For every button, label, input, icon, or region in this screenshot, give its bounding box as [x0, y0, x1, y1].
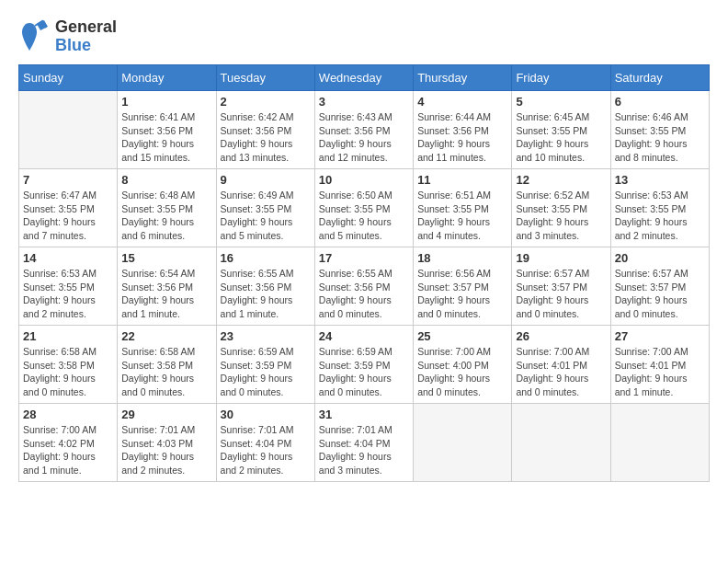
calendar-cell [414, 404, 512, 482]
daylight-label: Daylight: 9 hours and 12 minutes. [319, 138, 392, 163]
calendar-cell: 19 Sunrise: 6:57 AM Sunset: 3:57 PM Dayl… [512, 247, 610, 326]
sunset-label: Sunset: 4:02 PM [23, 438, 95, 449]
day-number: 21 [23, 329, 113, 343]
sunset-label: Sunset: 3:56 PM [221, 282, 292, 293]
calendar-cell: 20 Sunrise: 6:57 AM Sunset: 3:57 PM Dayl… [610, 247, 709, 326]
day-number: 8 [121, 173, 211, 187]
day-info: Sunrise: 6:45 AM Sunset: 3:55 PM Dayligh… [516, 110, 606, 165]
calendar-cell: 22 Sunrise: 6:58 AM Sunset: 3:58 PM Dayl… [118, 326, 216, 404]
logo-text: General Blue [55, 18, 117, 55]
day-number: 16 [221, 251, 311, 265]
sunset-label: Sunset: 3:56 PM [319, 282, 391, 293]
calendar-cell: 15 Sunrise: 6:54 AM Sunset: 3:56 PM Dayl… [118, 247, 216, 326]
sunrise-label: Sunrise: 6:48 AM [121, 190, 195, 201]
sunrise-label: Sunrise: 6:57 AM [615, 268, 688, 279]
col-header-wednesday: Wednesday [314, 65, 413, 91]
calendar-cell: 6 Sunrise: 6:46 AM Sunset: 3:55 PM Dayli… [610, 91, 709, 169]
day-info: Sunrise: 6:53 AM Sunset: 3:55 PM Dayligh… [23, 267, 113, 321]
sunrise-label: Sunrise: 6:58 AM [121, 346, 195, 357]
day-info: Sunrise: 7:01 AM Sunset: 4:04 PM Dayligh… [221, 423, 311, 477]
daylight-label: Daylight: 9 hours and 0 minutes. [221, 373, 293, 397]
day-number: 28 [23, 408, 113, 421]
day-number: 24 [319, 329, 409, 343]
day-info: Sunrise: 6:59 AM Sunset: 3:59 PM Dayligh… [319, 345, 409, 399]
day-number: 17 [319, 251, 409, 265]
daylight-label: Daylight: 9 hours and 3 minutes. [319, 451, 392, 476]
day-info: Sunrise: 6:41 AM Sunset: 3:56 PM Dayligh… [121, 110, 211, 165]
sunset-label: Sunset: 3:55 PM [23, 282, 95, 293]
day-info: Sunrise: 7:01 AM Sunset: 4:04 PM Dayligh… [319, 423, 409, 477]
day-info: Sunrise: 6:46 AM Sunset: 3:55 PM Dayligh… [615, 110, 705, 165]
sunset-label: Sunset: 3:56 PM [121, 282, 193, 293]
week-row-4: 28 Sunrise: 7:00 AM Sunset: 4:02 PM Dayl… [19, 404, 710, 482]
sunrise-label: Sunrise: 7:00 AM [417, 346, 491, 357]
day-info: Sunrise: 7:01 AM Sunset: 4:03 PM Dayligh… [121, 423, 211, 477]
daylight-label: Daylight: 9 hours and 0 minutes. [615, 294, 688, 319]
daylight-label: Daylight: 9 hours and 0 minutes. [23, 373, 96, 397]
sunrise-label: Sunrise: 6:58 AM [23, 346, 97, 357]
sunset-label: Sunset: 3:55 PM [417, 203, 489, 214]
day-number: 5 [516, 95, 606, 109]
daylight-label: Daylight: 9 hours and 13 minutes. [221, 138, 293, 163]
day-info: Sunrise: 6:55 AM Sunset: 3:56 PM Dayligh… [319, 267, 409, 321]
col-header-thursday: Thursday [414, 65, 512, 91]
daylight-label: Daylight: 9 hours and 0 minutes. [417, 294, 490, 319]
sunrise-label: Sunrise: 6:57 AM [516, 268, 589, 279]
day-number: 2 [221, 95, 311, 109]
daylight-label: Daylight: 9 hours and 0 minutes. [516, 373, 588, 397]
calendar-cell: 5 Sunrise: 6:45 AM Sunset: 3:55 PM Dayli… [512, 91, 610, 169]
day-number: 12 [516, 173, 606, 187]
calendar-cell: 31 Sunrise: 7:01 AM Sunset: 4:04 PM Dayl… [314, 404, 413, 482]
sunset-label: Sunset: 3:57 PM [417, 282, 489, 293]
sunset-label: Sunset: 3:55 PM [319, 203, 391, 214]
calendar-cell: 8 Sunrise: 6:48 AM Sunset: 3:55 PM Dayli… [118, 169, 216, 247]
day-number: 29 [121, 408, 211, 421]
svg-marker-0 [37, 20, 48, 30]
sunset-label: Sunset: 3:58 PM [121, 360, 193, 371]
day-info: Sunrise: 6:53 AM Sunset: 3:55 PM Dayligh… [615, 189, 705, 243]
sunrise-label: Sunrise: 6:55 AM [221, 268, 294, 279]
day-number: 3 [319, 95, 409, 109]
sunrise-label: Sunrise: 7:00 AM [23, 424, 97, 435]
sunrise-label: Sunrise: 6:41 AM [121, 111, 195, 122]
day-number: 14 [23, 251, 113, 265]
calendar-cell: 4 Sunrise: 6:44 AM Sunset: 3:56 PM Dayli… [414, 91, 512, 169]
daylight-label: Daylight: 9 hours and 0 minutes. [319, 373, 392, 397]
sunset-label: Sunset: 3:56 PM [417, 125, 489, 136]
calendar: SundayMondayTuesdayWednesdayThursdayFrid… [18, 64, 710, 482]
calendar-cell: 10 Sunrise: 6:50 AM Sunset: 3:55 PM Dayl… [314, 169, 413, 247]
day-info: Sunrise: 6:56 AM Sunset: 3:57 PM Dayligh… [417, 267, 507, 321]
day-info: Sunrise: 6:54 AM Sunset: 3:56 PM Dayligh… [121, 267, 211, 321]
day-info: Sunrise: 6:58 AM Sunset: 3:58 PM Dayligh… [23, 345, 113, 399]
calendar-cell [512, 404, 610, 482]
day-info: Sunrise: 7:00 AM Sunset: 4:00 PM Dayligh… [417, 345, 507, 399]
sunrise-label: Sunrise: 6:42 AM [221, 111, 294, 122]
sunset-label: Sunset: 4:01 PM [615, 360, 687, 371]
sunrise-label: Sunrise: 6:56 AM [417, 268, 491, 279]
day-number: 25 [417, 329, 507, 343]
daylight-label: Daylight: 9 hours and 4 minutes. [417, 216, 490, 241]
calendar-cell: 14 Sunrise: 6:53 AM Sunset: 3:55 PM Dayl… [19, 247, 118, 326]
calendar-cell: 3 Sunrise: 6:43 AM Sunset: 3:56 PM Dayli… [314, 91, 413, 169]
calendar-cell: 24 Sunrise: 6:59 AM Sunset: 3:59 PM Dayl… [314, 326, 413, 404]
day-info: Sunrise: 6:55 AM Sunset: 3:56 PM Dayligh… [221, 267, 311, 321]
sunset-label: Sunset: 4:04 PM [319, 438, 391, 449]
col-header-sunday: Sunday [19, 65, 118, 91]
col-header-monday: Monday [118, 65, 216, 91]
day-info: Sunrise: 6:52 AM Sunset: 3:55 PM Dayligh… [516, 189, 606, 243]
sunset-label: Sunset: 3:55 PM [615, 203, 687, 214]
logo-svg [18, 18, 55, 55]
header: General Blue [18, 18, 710, 55]
logo-blue: Blue [55, 37, 117, 55]
daylight-label: Daylight: 9 hours and 10 minutes. [516, 138, 588, 163]
daylight-label: Daylight: 9 hours and 1 minute. [23, 451, 96, 476]
day-number: 6 [615, 95, 705, 109]
sunrise-label: Sunrise: 6:52 AM [516, 190, 589, 201]
sunrise-label: Sunrise: 6:55 AM [319, 268, 392, 279]
sunrise-label: Sunrise: 7:00 AM [516, 346, 589, 357]
day-info: Sunrise: 7:00 AM Sunset: 4:02 PM Dayligh… [23, 423, 113, 477]
day-number: 22 [121, 329, 211, 343]
day-info: Sunrise: 6:58 AM Sunset: 3:58 PM Dayligh… [121, 345, 211, 399]
day-info: Sunrise: 6:57 AM Sunset: 3:57 PM Dayligh… [615, 267, 705, 321]
week-row-3: 21 Sunrise: 6:58 AM Sunset: 3:58 PM Dayl… [19, 326, 710, 404]
